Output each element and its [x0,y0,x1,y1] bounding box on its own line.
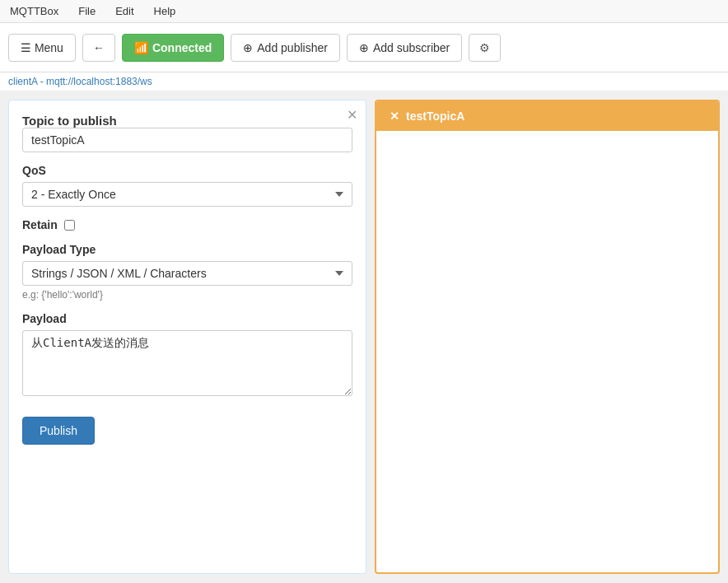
topic-group: Topic to publish [22,114,352,152]
connection-text: clientA - mqtt://localhost:1883/ws [8,76,152,87]
payload-type-group: Payload Type Strings / JSON / XML / Char… [22,243,352,301]
add-subscriber-icon: ⊕ [359,41,369,54]
settings-button[interactable]: ⚙ [469,34,501,62]
qos-select[interactable]: 0 - At Most Once 1 - At Least Once 2 - E… [22,182,352,207]
add-publisher-icon: ⊕ [243,41,253,54]
toolbar: ☰ Menu ← 📶 Connected ⊕ Add publisher ⊕ A… [0,23,728,72]
connected-button[interactable]: 📶 Connected [122,34,224,62]
bar-chart-icon: 📶 [134,41,148,54]
topic-input[interactable] [22,128,352,152]
retain-checkbox[interactable] [64,220,75,231]
subscriber-topic-label: testTopicA [406,110,464,123]
menu-help[interactable]: Help [151,3,180,19]
connected-label: Connected [152,41,212,54]
add-publisher-button[interactable]: ⊕ Add publisher [231,34,340,62]
add-subscriber-label: Add subscriber [373,41,450,54]
subscriber-topic-bar: ✕ testTopicA [376,101,718,131]
payload-type-label: Payload Type [22,243,352,256]
payload-type-select[interactable]: Strings / JSON / XML / Characters Number… [22,261,352,286]
qos-label: QoS [22,164,352,177]
publish-button[interactable]: Publish [22,417,95,445]
menubar: MQTTBox File Edit Help [0,0,728,23]
menu-edit[interactable]: Edit [112,3,137,19]
connection-bar: clientA - mqtt://localhost:1883/ws [0,72,728,91]
payload-textarea[interactable]: 从ClientA发送的消息 [22,330,352,396]
subscriber-panel: ✕ testTopicA [375,100,720,574]
menu-app-name: MQTTBox [7,3,62,19]
topic-label: Topic to publish [22,114,117,128]
subscriber-body [376,131,718,567]
payload-group: Payload 从ClientA发送的消息 [22,312,352,399]
close-button[interactable]: ✕ [347,107,357,123]
back-button[interactable]: ← [82,34,115,62]
publish-panel: ✕ Topic to publish QoS 0 - At Most Once … [8,100,366,574]
retain-label: Retain [22,218,58,231]
add-subscriber-button[interactable]: ⊕ Add subscriber [347,34,462,62]
main-content: ✕ Topic to publish QoS 0 - At Most Once … [0,91,728,582]
retain-row: Retain [22,218,352,231]
payload-hint: e.g: {'hello':'world'} [22,289,352,301]
payload-label: Payload [22,312,352,325]
menu-file[interactable]: File [75,3,99,19]
add-publisher-label: Add publisher [257,41,328,54]
menu-button[interactable]: ☰ Menu [8,34,76,62]
subscriber-close-icon[interactable]: ✕ [390,110,399,123]
qos-group: QoS 0 - At Most Once 1 - At Least Once 2… [22,164,352,207]
